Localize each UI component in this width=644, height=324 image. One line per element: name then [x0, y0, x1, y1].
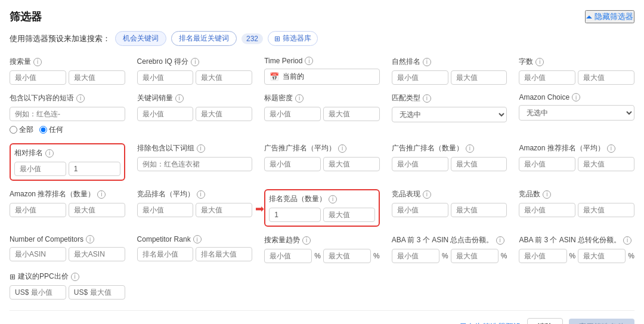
time-period-input[interactable]: 📅 当前的 [264, 69, 380, 85]
aba-click-max[interactable] [451, 249, 499, 263]
amazon-rank-avg-max[interactable] [578, 157, 634, 171]
competitor-performance-min[interactable] [392, 203, 448, 217]
num-competitors-info-icon[interactable]: i [86, 235, 94, 243]
word-count-min[interactable] [519, 70, 575, 85]
amazon-rank-count-max[interactable] [69, 203, 125, 217]
amazon-choice-select[interactable]: 无选中 [519, 105, 634, 121]
save-preset-button[interactable]: 另存为筛选器预设 [459, 322, 521, 324]
filter-amazon-rank-count: Amazon 推荐排名（数量） i [10, 189, 125, 227]
amazon-rank-count-min[interactable] [10, 203, 66, 217]
keyword-sales-max[interactable] [196, 107, 252, 121]
match-type-info-icon[interactable]: i [423, 94, 431, 103]
title-density-max[interactable] [323, 107, 380, 121]
clear-button[interactable]: 清除 [527, 318, 563, 324]
search-volume-info-icon[interactable]: i [33, 58, 42, 66]
search-volume-min[interactable] [10, 70, 66, 85]
ad-rank-count-min[interactable] [392, 157, 448, 171]
relative-rank-min[interactable] [14, 162, 66, 176]
ppc-bid-info-icon[interactable]: i [71, 273, 79, 281]
filter-competitor-count: 竞品数 i [519, 189, 634, 227]
search-trend-max[interactable] [323, 249, 371, 263]
competitor-rank-info-icon[interactable]: i [193, 235, 202, 243]
ppc-bid-max[interactable] [90, 288, 119, 297]
radio-all[interactable]: 全部 [10, 125, 33, 135]
competitor-rank-min[interactable] [137, 247, 194, 261]
competing-products-min[interactable] [269, 208, 321, 222]
apply-button[interactable]: 应用筛选条件 [569, 319, 634, 324]
competing-products-info-icon[interactable]: i [329, 195, 337, 203]
competitor-rank-avg-min[interactable] [137, 203, 194, 217]
ad-rank-count-info-icon[interactable]: i [466, 144, 474, 153]
ppc-icon: ⊞ [10, 273, 16, 281]
competitor-rank-avg-max[interactable] [196, 203, 252, 217]
competitor-count-max[interactable] [578, 203, 634, 217]
filter-title-density: 标题密度 i [264, 93, 380, 135]
short-phrase-info-icon[interactable]: i [76, 94, 85, 103]
aba-convert-info-icon[interactable]: i [623, 236, 631, 245]
exclude-phrase-input[interactable] [137, 157, 253, 171]
natural-rank-info-icon[interactable]: i [423, 58, 431, 66]
preset-tag-rank-recent[interactable]: 排名最近关键词 [171, 31, 237, 46]
filter-amazon-rank-avg: Amazon 推荐排名（平均） i [519, 143, 634, 181]
cerebro-iq-max[interactable] [196, 70, 252, 85]
competitor-count-min[interactable] [519, 203, 575, 217]
radio-any[interactable]: 任何 [39, 125, 63, 135]
aba-click-min[interactable] [392, 249, 439, 263]
ppc-bid-min[interactable] [31, 288, 60, 297]
title-density-info-icon[interactable]: i [295, 94, 304, 103]
filter-word-count: 字数 i [519, 57, 634, 85]
cerebro-iq-info-icon[interactable]: i [191, 58, 199, 66]
relative-rank-info-icon[interactable]: i [45, 149, 54, 158]
word-count-info-icon[interactable]: i [535, 58, 544, 66]
competitor-rank-max[interactable] [196, 247, 252, 261]
aba-click-info-icon[interactable]: i [496, 236, 504, 245]
ad-rank-avg-info-icon[interactable]: i [338, 144, 346, 153]
search-volume-inputs [10, 70, 125, 85]
competitor-performance-info-icon[interactable]: i [423, 190, 431, 199]
word-count-max[interactable] [578, 70, 634, 85]
natural-rank-min[interactable] [392, 70, 448, 85]
ad-rank-avg-max[interactable] [323, 157, 380, 171]
competitor-count-info-icon[interactable]: i [543, 190, 551, 199]
preset-library-button[interactable]: ⊞ 筛选器库 [268, 31, 318, 46]
ad-rank-count-max[interactable] [451, 157, 507, 171]
filter-search-volume: 搜索量 i [10, 57, 125, 85]
keyword-sales-min[interactable] [137, 107, 194, 121]
amazon-rank-count-info-icon[interactable]: i [97, 190, 106, 199]
amazon-rank-avg-min[interactable] [519, 157, 575, 171]
filter-aba-convert-3: ABA 前 3 个 ASIN 总转化份额。 i % % [519, 235, 634, 263]
grid-icon: ⊞ [274, 35, 280, 43]
preset-count-badge[interactable]: 232 [242, 33, 263, 44]
title-density-min[interactable] [264, 107, 321, 121]
filter-ad-rank-avg: 广告推广排名（平均） i [264, 143, 380, 181]
num-competitors-min[interactable] [10, 247, 66, 261]
ad-rank-avg-min[interactable] [264, 157, 321, 171]
exclude-phrase-info-icon[interactable]: i [197, 144, 205, 153]
relative-rank-max[interactable] [69, 162, 120, 176]
filter-competing-products-count: 排名竞品（数量） i [264, 189, 380, 227]
search-trend-min[interactable] [264, 249, 312, 263]
competitor-rank-avg-info-icon[interactable]: i [197, 190, 205, 199]
search-trend-info-icon[interactable]: i [302, 236, 311, 245]
num-competitors-max[interactable] [69, 247, 125, 261]
hide-filter-button[interactable]: 隐藏筛选器 [585, 10, 634, 23]
preset-tag-opportunity[interactable]: 机会关键词 [115, 31, 166, 46]
search-volume-max[interactable] [69, 70, 125, 85]
short-phrase-input[interactable] [10, 107, 125, 121]
aba-convert-max[interactable] [578, 249, 626, 263]
amazon-choice-info-icon[interactable]: i [572, 93, 580, 101]
competing-products-max[interactable] [323, 208, 375, 222]
aba-convert-min[interactable] [519, 249, 566, 263]
natural-rank-max[interactable] [451, 70, 507, 85]
filter-ad-rank-count: 广告推广排名（数量） i [392, 143, 507, 181]
cerebro-iq-min[interactable] [137, 70, 194, 85]
amazon-rank-avg-info-icon[interactable]: i [607, 144, 615, 153]
keyword-sales-info-icon[interactable]: i [175, 94, 184, 103]
competitor-performance-max[interactable] [451, 203, 507, 217]
arrow-annotation: ➡ [255, 202, 264, 215]
filter-search-trend: 搜索量趋势 i % % [264, 235, 380, 263]
match-type-select[interactable]: 无选中 [392, 107, 507, 122]
time-period-info-icon[interactable]: i [305, 57, 313, 65]
preset-bar: 使用筛选器预设来加速搜索： 机会关键词 排名最近关键词 232 ⊞ 筛选器库 [10, 31, 634, 46]
calendar-icon: 📅 [270, 72, 279, 81]
